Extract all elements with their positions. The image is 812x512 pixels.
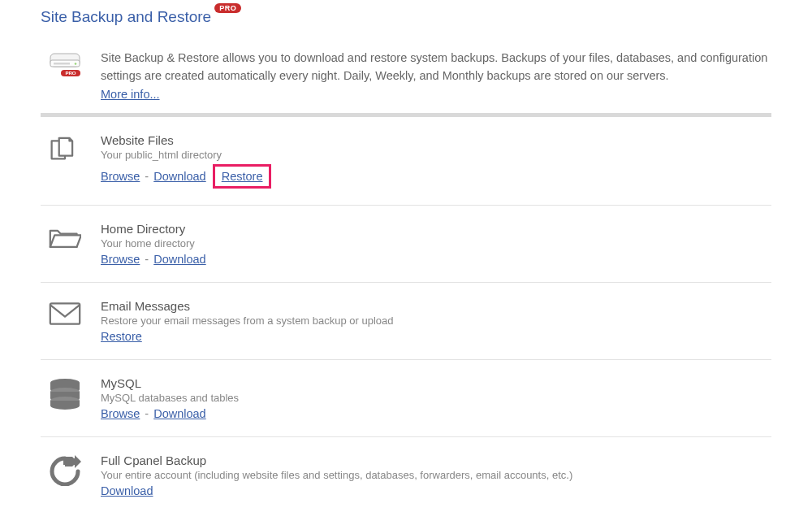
section-home-directory: Home Directory Your home directory Brows… [41,206,771,283]
full-cpanel-download-link[interactable]: Download [101,484,153,497]
email-messages-desc: Restore your email messages from a syste… [101,315,771,327]
home-directory-title: Home Directory [101,222,771,236]
envelope-icon [49,299,81,327]
export-icon [49,453,81,486]
svg-rect-2 [54,63,70,65]
mysql-download-link[interactable]: Download [153,407,206,420]
folder-icon [49,222,81,253]
drive-icon: PRO [49,49,81,76]
mysql-title: MySQL [101,376,771,390]
website-files-browse-link[interactable]: Browse [101,170,140,183]
svg-point-3 [75,63,77,65]
mysql-browse-link[interactable]: Browse [101,407,140,420]
section-website-files: Website Files Your public_html directory… [41,117,771,206]
website-files-title: Website Files [101,133,771,147]
intro-text: Site Backup & Restore allows you to down… [101,49,771,103]
website-files-desc: Your public_html directory [101,149,771,161]
mysql-desc: MySQL databases and tables [101,392,771,404]
svg-text:PRO: PRO [65,71,76,76]
website-files-restore-link[interactable]: Restore [222,170,263,183]
page-title-text: Site Backup and Restore [41,8,211,26]
home-directory-browse-link[interactable]: Browse [101,253,140,266]
section-full-cpanel: Full Cpanel Backup Your entire account (… [41,437,771,512]
more-info-link[interactable]: More info... [101,88,160,101]
full-cpanel-title: Full Cpanel Backup [101,453,771,467]
email-messages-restore-link[interactable]: Restore [101,330,142,343]
full-cpanel-desc: Your entire account (including website f… [101,469,771,481]
section-mysql: MySQL MySQL databases and tables Browse … [41,360,771,437]
intro-block: PRO Site Backup & Restore allows you to … [41,33,771,117]
home-directory-desc: Your home directory [101,237,771,249]
section-email-messages: Email Messages Restore your email messag… [41,283,771,360]
separator: - [145,170,149,183]
intro-description: Site Backup & Restore allows you to down… [101,51,767,82]
home-directory-download-link[interactable]: Download [153,253,206,266]
database-icon [49,376,81,410]
page-title: Site Backup and Restore PRO [41,8,771,26]
email-messages-title: Email Messages [101,299,771,313]
svg-rect-6 [50,304,80,324]
website-files-download-link[interactable]: Download [153,170,206,183]
separator: - [145,407,149,420]
separator: - [145,253,149,266]
pro-badge: PRO [214,3,241,13]
restore-highlight: Restore [213,164,272,189]
files-icon [49,133,81,171]
